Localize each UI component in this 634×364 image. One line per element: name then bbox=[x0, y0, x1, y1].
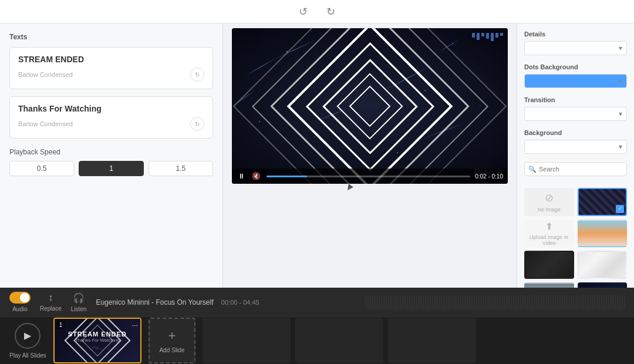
transition-select-wrapper bbox=[524, 107, 627, 121]
bg-thumb-marble[interactable] bbox=[578, 251, 628, 279]
cursor-arrow bbox=[345, 184, 353, 192]
play-all-label: Play All Slides bbox=[9, 352, 46, 359]
replace-label: Replace bbox=[40, 305, 62, 312]
text-card-sub-0: Barlow Condensed ↻ bbox=[18, 68, 204, 82]
undo-button[interactable]: ↺ bbox=[294, 3, 312, 21]
no-image-icon: ⊘ bbox=[545, 191, 554, 204]
bg-thumb-portrait[interactable] bbox=[524, 282, 574, 288]
text-card-1[interactable]: Thanks For Watching Barlow Condensed ↻ bbox=[9, 96, 213, 139]
text-card-font-0: Barlow Condensed bbox=[18, 71, 73, 78]
details-select[interactable] bbox=[524, 41, 627, 55]
dots-bg-select[interactable] bbox=[524, 74, 627, 88]
search-section: 🔍 bbox=[524, 162, 627, 176]
dots-bg-label: Dots Background bbox=[524, 63, 627, 70]
audio-waveform bbox=[365, 295, 625, 309]
background-select[interactable] bbox=[524, 140, 627, 154]
bg-thumb-dark-texture[interactable] bbox=[524, 251, 574, 279]
search-wrapper: 🔍 bbox=[524, 162, 627, 176]
dots-bg-section: Dots Background bbox=[524, 63, 627, 88]
slide-bg-1: STREAM ENDED Thanks For Watching Pla... bbox=[55, 319, 140, 362]
ph-slide-1 bbox=[203, 318, 291, 363]
audio-bar: Audio ↕ Replace 🎧 Listen Eugenico Mininn… bbox=[0, 288, 634, 317]
audio-toggle[interactable] bbox=[9, 292, 31, 304]
track-time: 00:00 - 04:45 bbox=[221, 299, 259, 306]
time-current: 0:02 bbox=[475, 173, 486, 180]
play-all-button[interactable]: ▶ Play All Slides bbox=[9, 323, 46, 359]
time-display: 0:02 - 0:10 bbox=[475, 173, 503, 180]
cursor-indicator bbox=[346, 185, 353, 194]
transition-section: Transition bbox=[524, 96, 627, 121]
right-panel: Details Dots Background Transition bbox=[517, 23, 634, 288]
details-label: Details bbox=[524, 31, 627, 38]
text-card-main-1: Thanks For Watching bbox=[18, 104, 204, 113]
ph-slide-2 bbox=[295, 318, 383, 363]
add-slide-button[interactable]: + Add Slide bbox=[149, 318, 195, 363]
progress-bar[interactable] bbox=[267, 176, 470, 177]
progress-fill bbox=[267, 176, 307, 177]
listen-icon: 🎧 bbox=[73, 292, 85, 304]
replace-icon: ↕ bbox=[48, 292, 53, 303]
track-name: Eugenico Mininni - Focus On Yourself bbox=[96, 298, 213, 306]
slides-area: ▶ Play All Slides STREAM ENDED Thanks Fo… bbox=[0, 317, 634, 364]
left-panel: Texts STREAM ENDED Barlow Condensed ↻ Th… bbox=[0, 23, 223, 288]
text-card-icon-1[interactable]: ↻ bbox=[190, 117, 204, 131]
main-content: Texts STREAM ENDED Barlow Condensed ↻ Th… bbox=[0, 23, 634, 288]
center-area: Placeit ⏸ 🔇 0:02 - 0:10 bbox=[223, 23, 517, 288]
text-card-main-0: STREAM ENDED bbox=[18, 55, 204, 64]
audio-track-info: Eugenico Mininni - Focus On Yourself 00:… bbox=[96, 298, 355, 306]
text-card-font-1: Barlow Condensed bbox=[18, 120, 73, 127]
slide-thumb-1[interactable]: STREAM ENDED Thanks For Watching Pla... … bbox=[53, 318, 141, 363]
add-slide-label: Add Slide bbox=[159, 347, 184, 353]
bg-thumb-selected-pattern[interactable]: ✓ bbox=[578, 188, 628, 216]
check-overlay: ✓ bbox=[616, 205, 624, 213]
background-select-wrapper bbox=[524, 140, 627, 154]
transition-select[interactable] bbox=[524, 107, 627, 121]
background-section: Background bbox=[524, 129, 627, 154]
speed-btn-1.5[interactable]: 1.5 bbox=[149, 161, 213, 176]
upload-icon: ⬆ bbox=[545, 221, 553, 232]
video-preview: Placeit ⏸ 🔇 0:02 - 0:10 bbox=[232, 28, 508, 184]
details-select-wrapper bbox=[524, 41, 627, 55]
text-card-icon-0[interactable]: ↻ bbox=[190, 68, 204, 82]
text-card-sub-1: Barlow Condensed ↻ bbox=[18, 117, 204, 131]
diamond-bg bbox=[232, 28, 508, 184]
upload-label: Upload Image or Video bbox=[525, 234, 573, 246]
play-all-circle: ▶ bbox=[15, 323, 41, 349]
no-image-label: No Image bbox=[538, 207, 561, 213]
bg-thumb-upload[interactable]: ⬆ Upload Image or Video bbox=[524, 220, 574, 248]
speed-btn-1[interactable]: 1 bbox=[79, 161, 143, 176]
replace-control[interactable]: ↕ Replace bbox=[40, 292, 62, 312]
mute-button[interactable]: 🔇 bbox=[251, 171, 262, 181]
top-toolbar: ↺ ↻ bbox=[0, 0, 634, 23]
audio-label: Audio bbox=[12, 306, 28, 312]
texts-section-label: Texts bbox=[9, 33, 213, 41]
bg-grid: ⊘ No Image ✓ ⬆ Upload Image or Video bbox=[524, 188, 627, 288]
video-controls: ⏸ 🔇 0:02 - 0:10 bbox=[232, 168, 508, 184]
text-card-0[interactable]: STREAM ENDED Barlow Condensed ↻ bbox=[9, 47, 213, 89]
speed-btn-0.5[interactable]: 0.5 bbox=[9, 161, 74, 176]
slide-number-1: 1 bbox=[57, 321, 65, 329]
bg-scroll-container: ⊘ No Image ✓ ⬆ Upload Image or Video bbox=[524, 184, 627, 288]
listen-control[interactable]: 🎧 Listen bbox=[71, 292, 87, 312]
audio-toggle-control[interactable]: Audio bbox=[9, 292, 31, 312]
bg-thumb-city[interactable] bbox=[578, 220, 628, 248]
bg-thumb-no-image[interactable]: ⊘ No Image bbox=[524, 188, 574, 216]
background-label: Background bbox=[524, 129, 627, 136]
search-icon: 🔍 bbox=[528, 166, 537, 173]
search-input[interactable] bbox=[524, 162, 627, 176]
play-pause-button[interactable]: ⏸ bbox=[237, 171, 246, 181]
transition-label: Transition bbox=[524, 96, 627, 103]
time-total: 0:10 bbox=[492, 173, 503, 180]
bottom-bar: Audio ↕ Replace 🎧 Listen Eugenico Mininn… bbox=[0, 288, 634, 364]
playback-speeds: 0.5 1 1.5 bbox=[9, 161, 213, 176]
slide-menu-1[interactable]: ··· bbox=[132, 321, 138, 329]
video-top-bar bbox=[472, 33, 503, 41]
ph-slide-3 bbox=[388, 318, 476, 363]
playback-label: Playback Speed bbox=[9, 148, 213, 156]
redo-button[interactable]: ↻ bbox=[322, 3, 340, 21]
add-slide-plus: + bbox=[168, 328, 176, 343]
listen-label: Listen bbox=[71, 306, 87, 312]
bg-thumb-code[interactable] bbox=[578, 282, 628, 288]
dots-bg-select-wrapper bbox=[524, 74, 627, 88]
toggle-thumb bbox=[20, 293, 29, 302]
